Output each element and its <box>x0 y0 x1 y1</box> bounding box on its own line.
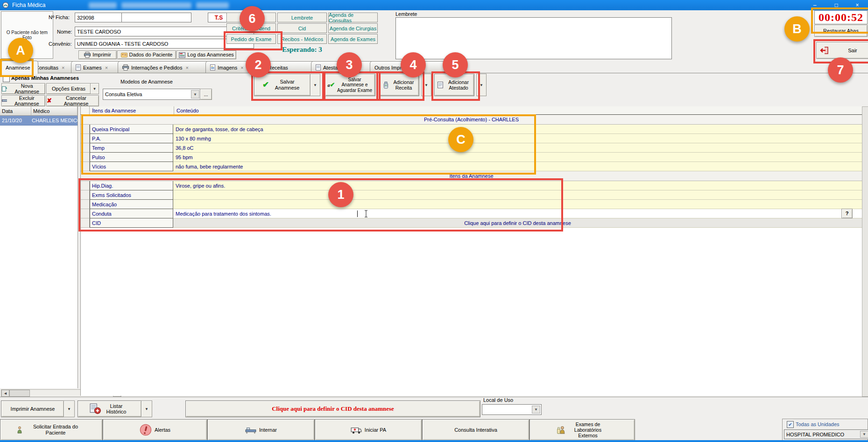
imprimir-button[interactable]: Imprimir <box>78 50 117 59</box>
listar-historico-dropdown[interactable]: ▼ <box>141 400 152 417</box>
salvar-anamnese-label: Salvar Anamnese <box>272 79 303 91</box>
consulta-interativa-button[interactable]: Consulta Interativa <box>422 419 529 441</box>
row-gutter[interactable] <box>81 200 90 209</box>
exit-icon <box>819 46 829 55</box>
local-de-uso-select[interactable]: ▼ <box>482 404 542 415</box>
close-button[interactable]: × <box>847 0 868 10</box>
convenio-label: Convênio: <box>49 41 72 47</box>
imprimir-anamnese-dropdown[interactable]: ▼ <box>64 400 75 417</box>
excluir-anamnese-label: Excluir Anamnese <box>9 95 45 106</box>
solicitar-entrada-button[interactable]: Solicitar Entrada do Paciente <box>0 419 103 441</box>
convenio-value: UNIMED GOIANIA - TESTE CARDOSO <box>77 41 168 47</box>
close-icon[interactable]: × <box>185 65 188 70</box>
scroll-left-icon[interactable]: ◀ <box>1 390 9 397</box>
ficha-aux-input[interactable] <box>121 13 191 22</box>
adicionar-receita-label: Adicionar Receita <box>392 79 416 91</box>
esperando-status: Esperando: 3 <box>226 46 378 54</box>
cancelar-anamnese-button[interactable]: ✘ Cancelar Anamnese <box>46 95 99 106</box>
itens-column-header[interactable]: Ítens da Anamnese <box>90 106 174 115</box>
history-row-selected[interactable]: 21/10/20 CHARLLES MEDICO <box>0 116 78 126</box>
salvar-anamnese-dropdown[interactable]: ▼ <box>310 74 320 96</box>
lembrete-button[interactable]: Lembrete <box>277 13 327 22</box>
lembrete-panel[interactable] <box>395 17 672 59</box>
row-content[interactable]: 130 x 80 mmhg <box>173 134 862 143</box>
modelo-select[interactable]: Consulta Eletiva ▼ <box>103 89 201 100</box>
conduta-edit-field[interactable]: Medicação para tratamento dos sintomas. <box>173 209 862 218</box>
iniciar-pa-label: Iniciar PA <box>365 427 386 433</box>
dados-do-paciente-button[interactable]: Dados do Paciente <box>117 50 176 59</box>
help-button[interactable]: ? <box>841 209 853 218</box>
row-content[interactable]: Dor de garganta, tosse, dor de cabeça <box>173 125 862 134</box>
row-content[interactable] <box>173 190 862 200</box>
column-header-medico[interactable]: Médico <box>31 106 78 116</box>
maximize-button[interactable]: □ <box>826 0 847 10</box>
chevron-down-icon[interactable]: ▼ <box>191 90 199 98</box>
unidade-select[interactable]: HOSPITAL PROMEDICO ▼ <box>784 429 868 439</box>
salvar-anamnese-button[interactable]: ✔ Salvar Anamnese <box>254 74 311 96</box>
chevron-down-icon[interactable]: ▼ <box>532 406 540 414</box>
opcoes-extras-button[interactable]: Opções Extras <box>46 83 91 94</box>
solicitar-entrada-label: Solicitar Entrada do Paciente <box>25 424 86 435</box>
column-header-data[interactable]: Data <box>0 106 31 116</box>
row-content[interactable] <box>173 200 862 209</box>
row-content[interactable]: Virose, gripe ou afins. <box>173 181 862 190</box>
minimize-button[interactable]: – <box>804 0 826 10</box>
ficha-input[interactable]: 329098 <box>75 13 123 22</box>
close-icon[interactable]: × <box>240 65 243 70</box>
row-gutter[interactable] <box>81 125 90 134</box>
row-gutter[interactable] <box>81 190 90 200</box>
adicionar-atestado-dropdown[interactable]: ▼ <box>476 74 487 96</box>
listar-historico-button[interactable]: Listar Histórico <box>78 400 142 417</box>
tab-internacoes[interactable]: Internações e Pedidos× <box>118 61 212 73</box>
restaurar-abas-button[interactable]: Restaurar Abas <box>814 25 868 37</box>
apenas-minhas-checkbox[interactable] <box>3 75 10 82</box>
row-label: Pulso <box>90 153 173 162</box>
nova-anamnese-button[interactable]: Nova Anamnese <box>1 83 45 94</box>
sair-button[interactable]: Sair <box>816 42 868 59</box>
internar-label: Internar <box>259 427 277 433</box>
row-content[interactable]: não fuma, bebe regularmente <box>173 162 862 171</box>
alertas-button[interactable]: Alertas <box>103 419 207 441</box>
exames-lab-externos-button[interactable]: Exames de Laboratórios Externos <box>529 419 635 441</box>
pedido-exame-button[interactable]: Pedido de Exame <box>226 34 276 44</box>
tab-label: Internações e Pedidos <box>131 65 182 70</box>
recibos-medicos-button[interactable]: Recibos - Médicos <box>277 34 327 44</box>
close-icon[interactable]: × <box>62 65 64 70</box>
row-gutter[interactable] <box>81 181 90 190</box>
table-vscrollbar[interactable] <box>862 106 868 397</box>
internar-button[interactable]: Internar <box>207 419 315 441</box>
adicionar-receita-dropdown[interactable]: ▼ <box>421 74 431 96</box>
close-icon[interactable]: × <box>105 65 108 70</box>
tab-exames[interactable]: Exames× <box>71 61 123 73</box>
row-gutter[interactable] <box>81 134 90 143</box>
lembrete-panel-label: Lembrete <box>395 11 417 17</box>
excluir-anamnese-button[interactable]: Excluir Anamnese <box>1 95 45 106</box>
window-bottom-border <box>0 440 868 442</box>
imprimir-anamnese-button[interactable]: Imprimir Anamnese <box>1 400 64 417</box>
minus-icon <box>2 99 7 102</box>
agenda-exames-button[interactable]: Agenda de Exames <box>328 34 378 44</box>
cid-button[interactable]: Cid <box>277 23 327 33</box>
opcoes-extras-dropdown[interactable]: ▼ <box>90 83 99 94</box>
conteudo-column-header[interactable]: Conteúdo <box>174 106 862 115</box>
row-gutter[interactable] <box>81 218 90 228</box>
agenda-consultas-button[interactable]: Agenda de Consultas <box>328 13 378 22</box>
definir-cid-button[interactable]: Clique aqui para definir o CID desta ana… <box>185 400 480 417</box>
table-row: Exms Solicitados <box>81 190 862 200</box>
todas-unidades-checkbox[interactable]: ✔ <box>787 421 794 428</box>
row-gutter[interactable] <box>81 162 90 171</box>
modelo-more-button[interactable]: ... <box>200 89 212 100</box>
agenda-cirurgias-button[interactable]: Agenda de Cirurgias <box>328 23 378 33</box>
row-gutter[interactable] <box>81 209 90 218</box>
row-content[interactable]: 36,8 oC <box>173 143 862 153</box>
imprimir-anamnese-label: Imprimir Anamnese <box>11 406 55 412</box>
dados-label: Dados do Paciente <box>129 52 173 57</box>
row-gutter[interactable] <box>81 143 90 153</box>
scrollbar-thumb[interactable] <box>9 390 30 397</box>
iniciar-pa-button[interactable]: Iniciar PA <box>315 419 422 441</box>
cid-define-link[interactable]: Clique aqui para definir o CID desta ana… <box>173 218 862 228</box>
chevron-down-icon[interactable]: ▼ <box>860 431 868 438</box>
document-icon <box>316 64 321 70</box>
row-gutter[interactable] <box>81 153 90 162</box>
row-content[interactable]: 95 bpm <box>173 153 862 162</box>
